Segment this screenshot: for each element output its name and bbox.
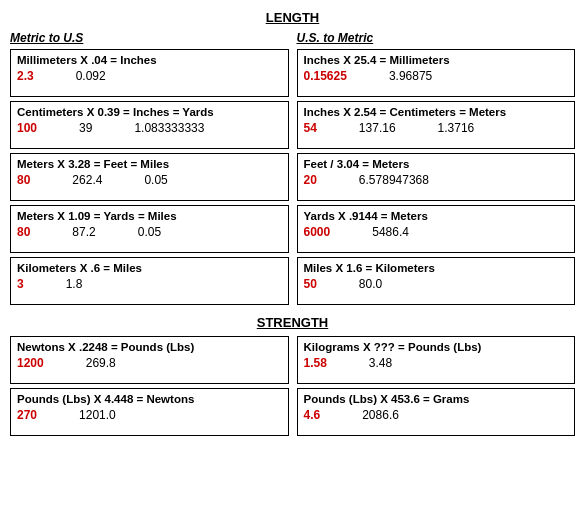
formula-line: Pounds (Lbs) X 453.6 = Grams <box>304 393 569 405</box>
value-0: 100 <box>17 121 37 135</box>
conv-box-4: Kilometers X .6 = Miles31.8 <box>10 257 289 305</box>
values-line: 4.62086.6 <box>304 408 569 422</box>
conv-box-4: Miles X 1.6 = Kilometers5080.0 <box>297 257 576 305</box>
values-line: 31.8 <box>17 277 282 291</box>
values-line: 0.156253.96875 <box>304 69 569 83</box>
value-0: 20 <box>304 173 317 187</box>
length-right-boxes: Inches X 25.4 = Millimeters0.156253.9687… <box>297 49 576 305</box>
value-1: 6.578947368 <box>359 173 429 187</box>
left-col-header: Metric to U.S <box>10 31 289 45</box>
formula-line: Pounds (Lbs) X 4.448 = Newtons <box>17 393 282 405</box>
value-0: 1200 <box>17 356 44 370</box>
values-line: 54137.161.3716 <box>304 121 569 135</box>
right-col-header: U.S. to Metric <box>297 31 576 45</box>
values-line: 60005486.4 <box>304 225 569 239</box>
formula-line: Meters X 3.28 = Feet = Miles <box>17 158 282 170</box>
conv-box-0: Millimeters X .04 = Inches2.30.092 <box>10 49 289 97</box>
conv-box-0: Inches X 25.4 = Millimeters0.156253.9687… <box>297 49 576 97</box>
value-0: 80 <box>17 225 30 239</box>
value-0: 3 <box>17 277 24 291</box>
conv-box-1: Centimeters X 0.39 = Inches = Yards10039… <box>10 101 289 149</box>
value-1: 0.092 <box>76 69 106 83</box>
value-0: 54 <box>304 121 317 135</box>
value-1: 87.2 <box>72 225 95 239</box>
values-line: 5080.0 <box>304 277 569 291</box>
value-2: 1.083333333 <box>134 121 204 135</box>
formula-line: Meters X 1.09 = Yards = Miles <box>17 210 282 222</box>
formula-line: Centimeters X 0.39 = Inches = Yards <box>17 106 282 118</box>
value-0: 1.58 <box>304 356 327 370</box>
value-0: 6000 <box>304 225 331 239</box>
value-0: 50 <box>304 277 317 291</box>
strength-right-boxes: Kilograms X ??? = Pounds (Lbs)1.583.48Po… <box>297 336 576 436</box>
formula-line: Feet / 3.04 = Meters <box>304 158 569 170</box>
value-1: 80.0 <box>359 277 382 291</box>
values-line: 100391.083333333 <box>17 121 282 135</box>
value-1: 5486.4 <box>372 225 409 239</box>
value-1: 3.96875 <box>389 69 432 83</box>
values-line: 1.583.48 <box>304 356 569 370</box>
values-line: 2.30.092 <box>17 69 282 83</box>
formula-line: Kilometers X .6 = Miles <box>17 262 282 274</box>
value-1: 262.4 <box>72 173 102 187</box>
conv-box-0: Kilograms X ??? = Pounds (Lbs)1.583.48 <box>297 336 576 384</box>
values-line: 8087.20.05 <box>17 225 282 239</box>
length-left-column: Metric to U.S Millimeters X .04 = Inches… <box>10 31 289 309</box>
value-2: 0.05 <box>144 173 167 187</box>
length-section-title: LENGTH <box>10 10 575 25</box>
conv-box-3: Yards X .9144 = Meters60005486.4 <box>297 205 576 253</box>
value-1: 269.8 <box>86 356 116 370</box>
length-right-column: U.S. to Metric Inches X 25.4 = Millimete… <box>297 31 576 309</box>
value-0: 0.15625 <box>304 69 347 83</box>
conv-box-0: Newtons X .2248 = Pounds (Lbs)1200269.8 <box>10 336 289 384</box>
formula-line: Kilograms X ??? = Pounds (Lbs) <box>304 341 569 353</box>
values-line: 2701201.0 <box>17 408 282 422</box>
formula-line: Newtons X .2248 = Pounds (Lbs) <box>17 341 282 353</box>
strength-right-column: Kilograms X ??? = Pounds (Lbs)1.583.48Po… <box>297 336 576 440</box>
page-container: LENGTH Metric to U.S Millimeters X .04 =… <box>10 10 575 440</box>
formula-line: Inches X 25.4 = Millimeters <box>304 54 569 66</box>
conv-box-1: Pounds (Lbs) X 4.448 = Newtons2701201.0 <box>10 388 289 436</box>
strength-section-title: STRENGTH <box>10 315 575 330</box>
conv-box-1: Pounds (Lbs) X 453.6 = Grams4.62086.6 <box>297 388 576 436</box>
value-1: 2086.6 <box>362 408 399 422</box>
conv-box-2: Feet / 3.04 = Meters206.578947368 <box>297 153 576 201</box>
value-0: 2.3 <box>17 69 34 83</box>
value-1: 3.48 <box>369 356 392 370</box>
formula-line: Millimeters X .04 = Inches <box>17 54 282 66</box>
strength-left-boxes: Newtons X .2248 = Pounds (Lbs)1200269.8P… <box>10 336 289 436</box>
length-left-boxes: Millimeters X .04 = Inches2.30.092Centim… <box>10 49 289 305</box>
values-line: 80262.40.05 <box>17 173 282 187</box>
conv-box-3: Meters X 1.09 = Yards = Miles8087.20.05 <box>10 205 289 253</box>
conv-box-1: Inches X 2.54 = Centimeters = Meters5413… <box>297 101 576 149</box>
value-0: 270 <box>17 408 37 422</box>
values-line: 206.578947368 <box>304 173 569 187</box>
formula-line: Inches X 2.54 = Centimeters = Meters <box>304 106 569 118</box>
value-2: 0.05 <box>138 225 161 239</box>
formula-line: Yards X .9144 = Meters <box>304 210 569 222</box>
value-1: 137.16 <box>359 121 396 135</box>
value-1: 1201.0 <box>79 408 116 422</box>
value-1: 39 <box>79 121 92 135</box>
strength-left-column: Newtons X .2248 = Pounds (Lbs)1200269.8P… <box>10 336 289 440</box>
values-line: 1200269.8 <box>17 356 282 370</box>
formula-line: Miles X 1.6 = Kilometers <box>304 262 569 274</box>
value-1: 1.8 <box>66 277 83 291</box>
value-0: 4.6 <box>304 408 321 422</box>
value-0: 80 <box>17 173 30 187</box>
conv-box-2: Meters X 3.28 = Feet = Miles80262.40.05 <box>10 153 289 201</box>
value-2: 1.3716 <box>438 121 475 135</box>
